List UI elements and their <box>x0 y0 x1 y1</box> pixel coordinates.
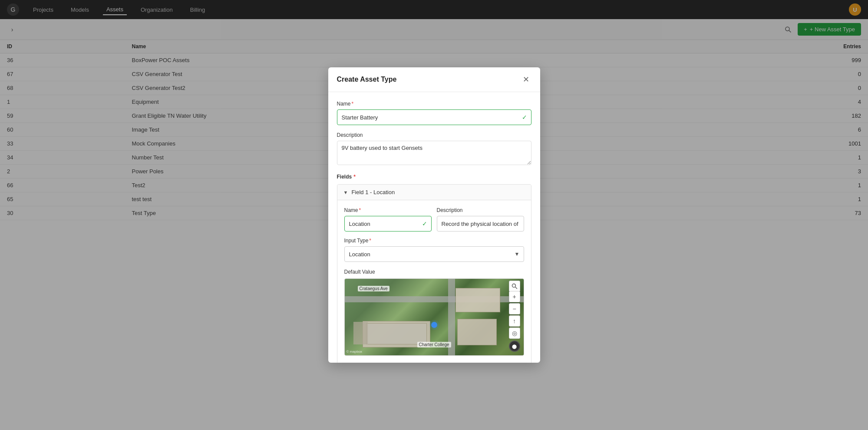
asset-description-label: Description <box>337 132 531 138</box>
field1-name-input-wrapper: ✓ <box>344 216 432 232</box>
field1-input-type-group: Input Type * Location Text Number Date B… <box>344 238 524 262</box>
map-location-marker <box>431 322 437 328</box>
modal-overlay: Create Asset Type ✕ Name * ✓ Description… <box>0 0 868 430</box>
map-street-label: Crataegus Ave <box>358 286 389 291</box>
asset-description-input[interactable]: 9V battery used to start Gensets <box>337 141 531 165</box>
asset-name-input[interactable] <box>337 109 531 125</box>
map-zoom-controls: + − ↑ ◎ <box>509 291 520 339</box>
parking-lot <box>353 322 368 345</box>
accordion-caret-icon: ▼ <box>343 190 348 195</box>
building3 <box>455 288 500 312</box>
field1-accordion-body: Name * ✓ Description <box>337 200 531 363</box>
valid-check-icon: ✓ <box>522 114 527 121</box>
field1-input-type-select[interactable]: Location Text Number Date Boolean <box>344 246 524 262</box>
map-search-button[interactable] <box>509 281 520 292</box>
field1-default-value-label: Default Value <box>344 269 524 275</box>
modal-title: Create Asset Type <box>337 76 397 83</box>
map-zoom-level-button[interactable]: ⬤ <box>509 341 520 352</box>
field1-input-type-label: Input Type * <box>344 238 524 244</box>
field1-name-input[interactable] <box>344 216 432 232</box>
fields-label: Fields * <box>337 174 531 180</box>
field1-description-label: Description <box>437 207 524 213</box>
map-reset-bearing-button[interactable]: ↑ <box>509 315 520 327</box>
asset-name-label: Name * <box>337 101 531 107</box>
map-geolocate-button[interactable]: ◎ <box>509 327 520 339</box>
map-place-label: Charter College <box>417 342 451 347</box>
asset-name-input-wrapper: ✓ <box>337 109 531 125</box>
map-container[interactable]: Crataegus Ave Charter College © mapbox <box>344 278 524 356</box>
fields-group: Fields * ▼ Field 1 - Location <box>337 174 531 363</box>
field1-description-input[interactable] <box>437 216 524 232</box>
field1-input-type-select-wrapper: Location Text Number Date Boolean ▼ <box>344 246 524 262</box>
map-attribution: © mapbox <box>347 350 363 354</box>
field1-valid-icon: ✓ <box>422 220 427 227</box>
create-asset-type-modal: Create Asset Type ✕ Name * ✓ Description… <box>328 67 540 363</box>
map-zoom-in-button[interactable]: + <box>509 291 520 302</box>
required-asterisk: * <box>352 101 354 107</box>
field1-name-desc-row: Name * ✓ Description <box>344 207 524 232</box>
map-aerial-view: Crataegus Ave Charter College © mapbox <box>345 279 524 355</box>
field1-name-label: Name * <box>344 207 432 213</box>
svg-point-1 <box>512 284 515 288</box>
field1-header-label: Field 1 - Location <box>351 189 395 195</box>
map-zoom-out-button[interactable]: − <box>509 303 520 314</box>
building2 <box>366 323 427 344</box>
modal-header: Create Asset Type ✕ <box>328 67 540 92</box>
field1-accordion-header[interactable]: ▼ Field 1 - Location <box>337 185 531 200</box>
field1-description-group: Description <box>437 207 524 232</box>
field1-default-value-group: Default Value <box>344 269 524 356</box>
building4 <box>457 319 497 346</box>
modal-close-button[interactable]: ✕ <box>521 74 531 85</box>
field1-name-group: Name * ✓ <box>344 207 432 232</box>
field1-accordion: ▼ Field 1 - Location Name * <box>337 184 531 363</box>
modal-body: Name * ✓ Description 9V battery used to … <box>328 92 540 363</box>
asset-name-group: Name * ✓ <box>337 101 531 125</box>
asset-description-group: Description 9V battery used to start Gen… <box>337 132 531 167</box>
